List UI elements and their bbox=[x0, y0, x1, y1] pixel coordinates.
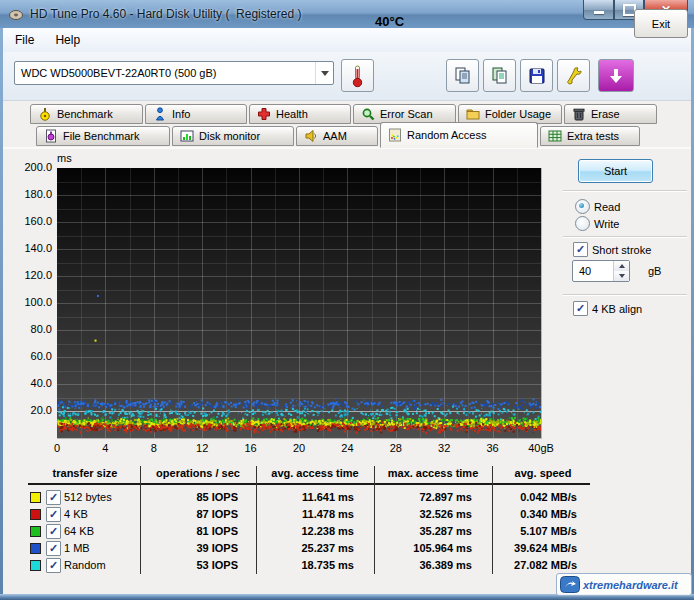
y-tick-label: 120.0 bbox=[10, 269, 52, 281]
cell-ops: 87 IOPS bbox=[128, 508, 238, 520]
copy-image-icon bbox=[491, 67, 509, 85]
tab-error-scan[interactable]: Error Scan bbox=[353, 104, 456, 124]
tab-label: Extra tests bbox=[567, 130, 619, 142]
tab-benchmark[interactable]: Benchmark bbox=[30, 104, 143, 124]
x-tick-label: 40gB bbox=[519, 442, 563, 454]
transfer-size-label: 512 bytes bbox=[64, 491, 112, 503]
short-stroke-checkbox[interactable]: ✓ bbox=[573, 242, 588, 257]
menu-help[interactable]: Help bbox=[46, 28, 89, 52]
write-label: Write bbox=[594, 218, 619, 230]
cell-ops: 53 IOPS bbox=[128, 559, 238, 571]
series-visible-checkbox[interactable]: ✓ bbox=[46, 541, 61, 556]
options-button[interactable] bbox=[557, 59, 590, 92]
drive-select[interactable]: WDC WD5000BEVT-22A0RT0 (500 gB) bbox=[14, 61, 334, 85]
cell-max: 72.897 ms bbox=[362, 491, 472, 503]
y-tick-label: 140.0 bbox=[10, 242, 52, 254]
tab-random-access[interactable]: Random Access bbox=[380, 122, 538, 148]
y-tick-label: 200.0 bbox=[10, 161, 52, 173]
save-icon bbox=[528, 67, 546, 85]
tab-label: Folder Usage bbox=[485, 108, 551, 120]
options-icon bbox=[565, 67, 583, 85]
separator bbox=[563, 294, 687, 296]
cell-avg: 11.478 ms bbox=[244, 508, 354, 520]
health-icon bbox=[257, 107, 271, 121]
x-tick-label: 0 bbox=[35, 442, 79, 454]
screenshot-download-button[interactable] bbox=[598, 59, 634, 92]
cell-avg: 12.238 ms bbox=[244, 525, 354, 537]
tab-folder-usage[interactable]: Folder Usage bbox=[458, 104, 562, 124]
cell-speed: 0.340 MB/s bbox=[467, 508, 577, 520]
watermark-arrow-icon bbox=[560, 576, 580, 593]
column-header: avg. speed bbox=[485, 467, 601, 479]
drive-select-value: WDC WD5000BEVT-22A0RT0 (500 gB) bbox=[15, 67, 315, 79]
series-visible-checkbox[interactable]: ✓ bbox=[46, 490, 61, 505]
series-visible-checkbox[interactable]: ✓ bbox=[46, 507, 61, 522]
kb-align-label: 4 KB align bbox=[592, 303, 642, 315]
header-rule bbox=[28, 483, 590, 485]
temperature-button[interactable] bbox=[341, 59, 374, 92]
cell-max: 105.964 ms bbox=[362, 542, 472, 554]
cell-speed: 5.107 MB/s bbox=[467, 525, 577, 537]
folder-usage-icon bbox=[466, 107, 480, 121]
x-tick-label: 36 bbox=[471, 442, 515, 454]
write-radio[interactable] bbox=[575, 216, 590, 231]
tab-health[interactable]: Health bbox=[249, 104, 351, 124]
start-button[interactable]: Start bbox=[578, 159, 653, 183]
copy-button[interactable] bbox=[446, 59, 479, 92]
info-icon bbox=[153, 107, 167, 121]
cell-ops: 81 IOPS bbox=[128, 525, 238, 537]
copy-image-button[interactable] bbox=[483, 59, 516, 92]
cell-max: 35.287 ms bbox=[362, 525, 472, 537]
exit-button[interactable]: Exit bbox=[634, 9, 688, 38]
read-radio[interactable] bbox=[575, 199, 590, 214]
watermark-text: xtremehardware.it bbox=[583, 579, 678, 591]
stepper-down-icon[interactable] bbox=[614, 271, 629, 281]
x-tick-label: 8 bbox=[132, 442, 176, 454]
series-color-swatch bbox=[30, 509, 41, 520]
short-stroke-size-stepper[interactable]: 40 bbox=[572, 260, 630, 282]
tab-extra-tests[interactable]: Extra tests bbox=[540, 126, 640, 146]
save-button[interactable] bbox=[520, 59, 553, 92]
separator bbox=[563, 236, 687, 238]
column-header: avg. access time bbox=[257, 467, 373, 479]
column-header: transfer size bbox=[27, 467, 143, 479]
tab-label: Random Access bbox=[407, 129, 486, 141]
y-tick-label: 40.0 bbox=[10, 377, 52, 389]
tab-aam[interactable]: AAM bbox=[296, 126, 378, 146]
series-color-swatch bbox=[30, 543, 41, 554]
series-color-swatch bbox=[30, 492, 41, 503]
x-tick-label: 20 bbox=[277, 442, 321, 454]
y-axis-unit-label: ms bbox=[57, 152, 72, 164]
x-tick-label: 28 bbox=[374, 442, 418, 454]
column-separator bbox=[140, 466, 141, 574]
cell-speed: 0.042 MB/s bbox=[467, 491, 577, 503]
cell-max: 36.389 ms bbox=[362, 559, 472, 571]
cell-avg: 11.641 ms bbox=[244, 491, 354, 503]
x-tick-label: 4 bbox=[83, 442, 127, 454]
column-separator bbox=[492, 466, 493, 574]
tab-erase[interactable]: Erase bbox=[564, 104, 657, 124]
aam-icon bbox=[304, 129, 318, 143]
tab-file-benchmark[interactable]: File Benchmark bbox=[36, 126, 170, 146]
chevron-down-icon bbox=[315, 62, 333, 84]
transfer-size-label: 64 KB bbox=[64, 525, 94, 537]
tab-label: Info bbox=[172, 108, 190, 120]
minimize-button[interactable] bbox=[583, 0, 614, 20]
series-visible-checkbox[interactable]: ✓ bbox=[46, 524, 61, 539]
series-visible-checkbox[interactable]: ✓ bbox=[46, 558, 61, 573]
menu-file[interactable]: File bbox=[6, 28, 43, 52]
cell-avg: 18.735 ms bbox=[244, 559, 354, 571]
tab-row-1: BenchmarkInfoHealthError ScanFolder Usag… bbox=[30, 104, 659, 124]
kb-align-checkbox[interactable]: ✓ bbox=[573, 301, 588, 316]
app-window: HD Tune Pro 4.60 - Hard Disk Utility ( R… bbox=[0, 0, 694, 600]
stepper-up-icon[interactable] bbox=[614, 261, 629, 271]
tab-info[interactable]: Info bbox=[145, 104, 247, 124]
x-tick-label: 16 bbox=[229, 442, 273, 454]
transfer-size-label: 4 KB bbox=[64, 508, 88, 520]
tab-disk-monitor[interactable]: Disk monitor bbox=[172, 126, 294, 146]
menu-bar: File Help bbox=[3, 28, 691, 52]
column-separator bbox=[374, 466, 375, 574]
y-tick-label: 180.0 bbox=[10, 188, 52, 200]
y-tick-label: 20.0 bbox=[10, 404, 52, 416]
y-tick-label: 80.0 bbox=[10, 323, 52, 335]
